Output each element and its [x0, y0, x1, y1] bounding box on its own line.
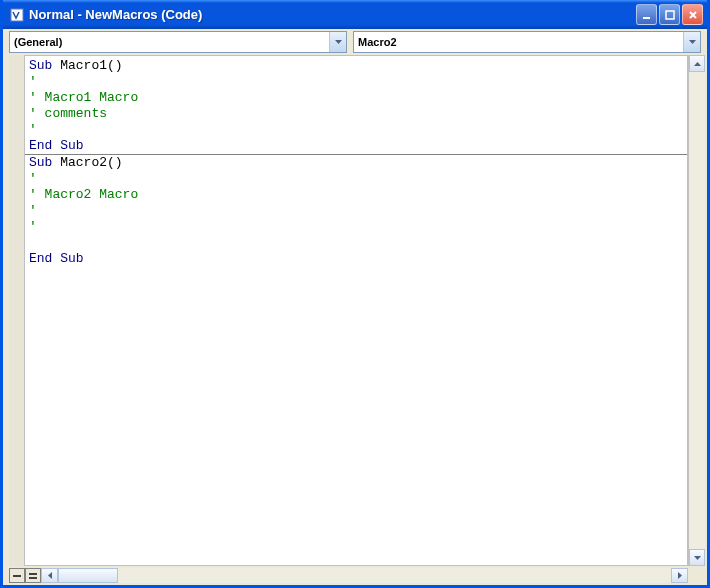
dropdown-bar: (General) Macro2 — [3, 29, 707, 55]
scroll-down-button[interactable] — [689, 549, 705, 566]
scroll-left-button[interactable] — [41, 568, 58, 583]
scroll-track[interactable] — [118, 568, 671, 583]
procedure-view-button[interactable] — [9, 568, 25, 583]
object-dropdown[interactable]: (General) — [9, 31, 347, 53]
code-line[interactable]: Sub Macro2() — [29, 155, 683, 171]
procedure-dropdown-value: Macro2 — [358, 36, 683, 48]
view-buttons — [9, 568, 41, 583]
scroll-right-button[interactable] — [671, 568, 688, 583]
horizontal-scrollbar[interactable] — [41, 568, 688, 583]
code-editor[interactable]: Sub Macro1()'' Macro1 Macro' comments'En… — [25, 56, 687, 565]
code-line[interactable]: ' Macro1 Macro — [29, 90, 683, 106]
scroll-track[interactable] — [689, 72, 705, 549]
code-line[interactable]: ' — [29, 219, 683, 235]
titlebar[interactable]: Normal - NewMacros (Code) — [3, 0, 707, 29]
procedure-dropdown[interactable]: Macro2 — [353, 31, 701, 53]
code-line[interactable]: ' — [29, 203, 683, 219]
window-title: Normal - NewMacros (Code) — [29, 7, 636, 22]
code-line[interactable]: End Sub — [29, 138, 683, 154]
chevron-down-icon[interactable] — [329, 32, 346, 52]
code-line[interactable]: ' — [29, 171, 683, 187]
code-line[interactable]: Sub Macro1() — [29, 58, 683, 74]
app-icon — [9, 7, 25, 23]
code-line[interactable]: ' — [29, 74, 683, 90]
object-dropdown-value: (General) — [14, 36, 329, 48]
svg-rect-5 — [29, 577, 37, 579]
scroll-up-button[interactable] — [689, 55, 705, 72]
svg-rect-2 — [666, 11, 674, 19]
indicator-margin — [9, 55, 25, 566]
bottom-bar — [3, 568, 707, 585]
code-line[interactable]: ' — [29, 122, 683, 138]
window-controls — [636, 4, 703, 25]
code-line[interactable]: ' comments — [29, 106, 683, 122]
maximize-button[interactable] — [659, 4, 680, 25]
scroll-thumb[interactable] — [58, 568, 118, 583]
scrollbar-corner — [688, 568, 705, 583]
code-line[interactable] — [29, 235, 683, 251]
close-button[interactable] — [682, 4, 703, 25]
code-window: Normal - NewMacros (Code) (General) Macr… — [0, 0, 710, 588]
svg-rect-1 — [643, 17, 650, 19]
code-line[interactable]: ' Macro2 Macro — [29, 187, 683, 203]
code-container: Sub Macro1()'' Macro1 Macro' comments'En… — [25, 55, 688, 566]
code-line[interactable]: End Sub — [29, 251, 683, 267]
minimize-button[interactable] — [636, 4, 657, 25]
vertical-scrollbar[interactable] — [688, 55, 705, 566]
svg-rect-3 — [13, 575, 21, 577]
full-module-view-button[interactable] — [25, 568, 41, 583]
chevron-down-icon[interactable] — [683, 32, 700, 52]
svg-rect-4 — [29, 573, 37, 575]
editor-area: Sub Macro1()'' Macro1 Macro' comments'En… — [3, 55, 707, 568]
